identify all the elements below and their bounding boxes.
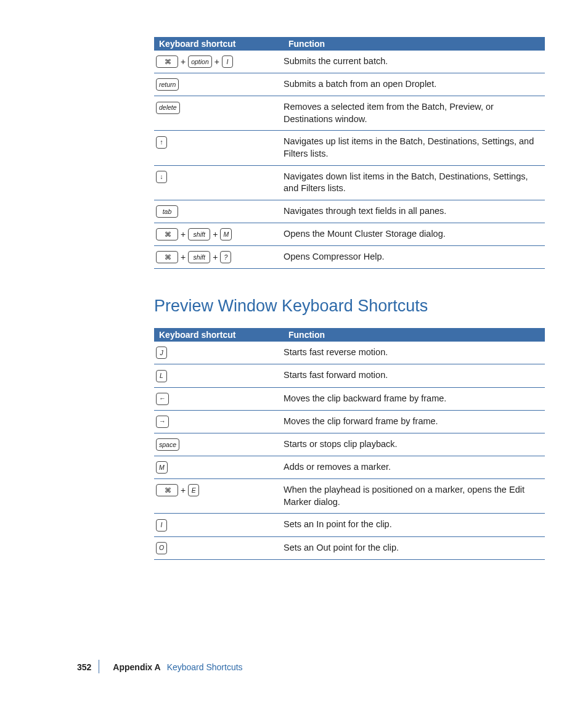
keycap: J <box>156 347 167 359</box>
shortcut-cell: space <box>154 433 284 456</box>
plus-separator: + <box>181 252 186 263</box>
shortcut-cell: ← <box>154 387 284 410</box>
page-number: 352 <box>77 662 91 672</box>
keycap: E <box>188 484 199 496</box>
shortcut-cell: delete <box>154 96 284 131</box>
key-sequence: space <box>155 439 180 449</box>
arrow-key-icon: ← <box>156 393 169 405</box>
plus-separator: + <box>181 56 186 68</box>
function-cell: Starts fast reverse motion. <box>284 342 545 364</box>
key-sequence: → <box>155 416 169 426</box>
key-sequence: ⌘+shift+? <box>155 252 232 261</box>
table-row: returnSubmits a batch from an open Dropl… <box>154 73 545 96</box>
key-sequence: O <box>155 543 168 552</box>
keycap: shift <box>188 251 210 263</box>
shortcut-cell: ↑ <box>154 131 284 165</box>
keycap: L <box>156 370 167 382</box>
shortcut-cell: ⌘+shift+? <box>154 246 284 269</box>
keycap: tab <box>156 205 178 218</box>
shortcut-cell: ⌘+shift+M <box>154 223 284 245</box>
shortcut-cell: ↓ <box>154 165 284 200</box>
shortcut-cell: return <box>154 73 284 96</box>
arrow-key-icon: ↓ <box>156 171 167 183</box>
shortcut-cell: → <box>154 410 284 433</box>
table-header-shortcut: Keyboard shortcut <box>154 328 284 342</box>
keycap: space <box>156 438 179 451</box>
appendix-label: Appendix A <box>113 662 160 672</box>
plus-separator: + <box>213 229 218 240</box>
keycap: I <box>222 55 233 68</box>
shortcut-cell: M <box>154 456 284 479</box>
table-row: spaceStarts or stops clip playback. <box>154 433 545 456</box>
table-row: deleteRemoves a selected item from the B… <box>154 96 545 131</box>
key-sequence: tab <box>155 206 179 216</box>
function-cell: Moves the clip forward frame by frame. <box>284 410 545 433</box>
appendix-title: Keyboard Shortcuts <box>167 662 243 672</box>
function-cell: Navigates up list items in the Batch, De… <box>284 131 545 165</box>
plus-separator: + <box>214 56 219 68</box>
command-key-icon: ⌘ <box>156 251 178 263</box>
plus-separator: + <box>181 229 186 240</box>
table-body-1: ⌘+option+ISubmits the current batch.retu… <box>154 51 545 269</box>
function-cell: Opens Compressor Help. <box>284 246 545 269</box>
keycap: return <box>156 78 179 91</box>
document-page: Keyboard shortcut Function ⌘+option+ISub… <box>0 0 588 560</box>
key-sequence: L <box>155 370 168 380</box>
key-sequence: ⌘+E <box>155 485 200 495</box>
key-sequence: ⌘+shift+M <box>155 229 232 239</box>
table-header-function: Function <box>284 328 545 342</box>
table-row: ⌘+EWhen the playhead is positioned on a … <box>154 479 545 514</box>
command-key-icon: ⌘ <box>156 228 178 240</box>
function-cell: Navigates through text fields in all pan… <box>284 200 545 223</box>
shortcut-table-1: Keyboard shortcut Function ⌘+option+ISub… <box>154 37 545 269</box>
table-row: ISets an In point for the clip. <box>154 514 545 536</box>
function-cell: Starts or stops clip playback. <box>284 433 545 456</box>
function-cell: Navigates down list items in the Batch, … <box>284 165 545 200</box>
shortcut-cell: L <box>154 364 284 387</box>
command-key-icon: ⌘ <box>156 484 178 496</box>
function-cell: Sets an In point for the clip. <box>284 514 545 536</box>
shortcut-table-2: Keyboard shortcut Function JStarts fast … <box>154 328 545 560</box>
function-cell: Submits a batch from an open Droplet. <box>284 73 545 96</box>
key-sequence: return <box>155 79 179 89</box>
key-sequence: I <box>155 519 168 529</box>
keycap: I <box>156 519 167 532</box>
function-cell: Submits the current batch. <box>284 51 545 73</box>
keycap: delete <box>156 102 180 114</box>
shortcut-cell: tab <box>154 200 284 223</box>
keycap: shift <box>188 228 210 240</box>
keycap: O <box>156 542 167 554</box>
table-row: →Moves the clip forward frame by frame. <box>154 410 545 433</box>
key-sequence: ↓ <box>155 171 168 181</box>
table-row: JStarts fast reverse motion. <box>154 342 545 364</box>
table-row: OSets an Out point for the clip. <box>154 536 545 559</box>
shortcut-cell: J <box>154 342 284 364</box>
table-row: LStarts fast forward motion. <box>154 364 545 387</box>
table-row: ↓Navigates down list items in the Batch,… <box>154 165 545 200</box>
key-sequence: ⌘+option+I <box>155 56 234 66</box>
plus-separator: + <box>181 485 186 496</box>
keycap: M <box>156 461 168 474</box>
footer-divider <box>99 660 99 673</box>
table-row: ↑Navigates up list items in the Batch, D… <box>154 131 545 165</box>
key-sequence: ↑ <box>155 136 168 146</box>
function-cell: Starts fast forward motion. <box>284 364 545 387</box>
section-heading: Preview Window Keyboard Shortcuts <box>154 297 545 316</box>
function-cell: Adds or removes a marker. <box>284 456 545 479</box>
command-key-icon: ⌘ <box>156 55 178 68</box>
arrow-key-icon: → <box>156 416 169 428</box>
keycap: M <box>220 228 232 240</box>
page-footer: 352 Appendix A Keyboard Shortcuts <box>0 662 588 672</box>
table-header-shortcut: Keyboard shortcut <box>154 37 284 51</box>
function-cell: When the playhead is positioned on a mar… <box>284 479 545 514</box>
shortcut-cell: ⌘+option+I <box>154 51 284 73</box>
shortcut-cell: ⌘+E <box>154 479 284 514</box>
shortcut-cell: O <box>154 536 284 559</box>
keycap: option <box>188 55 212 68</box>
table-row: ⌘+shift+MOpens the Mount Cluster Storage… <box>154 223 545 245</box>
key-sequence: delete <box>155 102 181 112</box>
function-cell: Sets an Out point for the clip. <box>284 536 545 559</box>
plus-separator: + <box>213 252 218 263</box>
table-row: MAdds or removes a marker. <box>154 456 545 479</box>
key-sequence: J <box>155 347 168 357</box>
